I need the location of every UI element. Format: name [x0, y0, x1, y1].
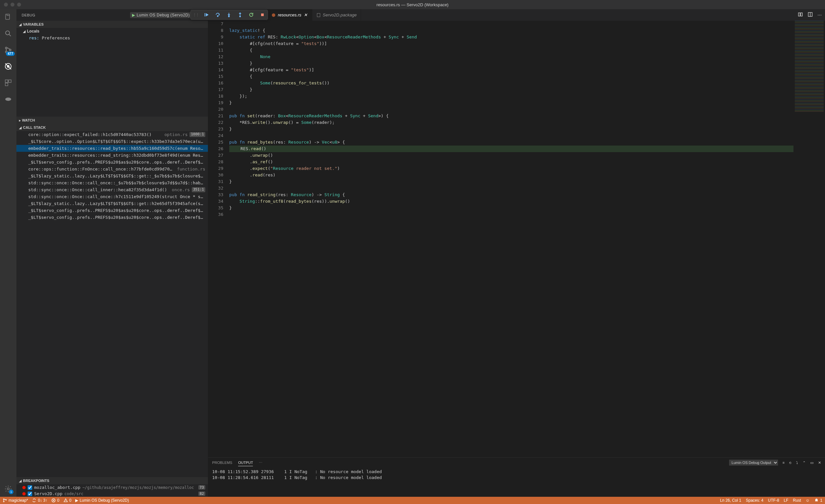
- svg-rect-17: [801, 13, 802, 16]
- variables-body: ◢ Locals res: Preferences: [16, 28, 208, 117]
- cursor-position[interactable]: Ln 26, Col 1: [720, 498, 741, 503]
- traffic-lights: [4, 3, 21, 7]
- more-icon[interactable]: ⋯: [817, 12, 822, 17]
- stack-frame[interactable]: std::sync::once::Once::call_once::h7c151…: [16, 193, 208, 200]
- drag-grip-icon[interactable]: ⋮⋮: [193, 13, 199, 17]
- watch-section-header[interactable]: ▸ WATCH: [16, 117, 208, 124]
- tab-resources-rs[interactable]: resources.rs ✕: [267, 9, 312, 21]
- clear-icon[interactable]: ⎋: [789, 460, 792, 464]
- stack-frame[interactable]: embedder_traits::resources::read_string:…: [16, 152, 208, 159]
- continue-button[interactable]: [203, 11, 210, 18]
- close-panel-icon[interactable]: ✕: [818, 460, 821, 465]
- statusbar: magicleap* 0↓ 3↑ 0 0 ▶ Lumin OS Debug (S…: [0, 497, 825, 504]
- log-line: 10-08 11:15:52.389 27936 1 I NoTag : No …: [212, 469, 821, 475]
- debug-toolbar[interactable]: ⋮⋮: [191, 10, 268, 20]
- language-mode[interactable]: Rust: [793, 498, 801, 503]
- compare-icon[interactable]: [798, 12, 803, 18]
- tab-servo2d-package[interactable]: Servo2D.package: [312, 9, 361, 21]
- stack-frame[interactable]: _$LT$servo_config..prefs..PREFS$u20$as$u…: [16, 207, 208, 214]
- editor-actions: ⋯: [795, 9, 825, 21]
- stack-frame[interactable]: _$LT$lazy_static..lazy..Lazy$LT$T$GT$$GT…: [16, 172, 208, 179]
- source-control-icon[interactable]: 477: [4, 45, 13, 55]
- stack-frame[interactable]: embedder_traits::resources::read_bytes::…: [16, 145, 208, 152]
- lock-scroll-icon[interactable]: ⤵: [796, 460, 798, 464]
- svg-point-14: [272, 13, 276, 17]
- panel-tab-output[interactable]: OUTPUT: [238, 459, 253, 466]
- code-body[interactable]: lazy_static! { static ref RES: RwLock<Op…: [229, 21, 794, 457]
- search-icon[interactable]: [4, 29, 13, 38]
- filter-icon[interactable]: ≡: [782, 460, 784, 464]
- callstack-section-header[interactable]: ◢ CALL STACK: [16, 124, 208, 131]
- sidebar-title: DEBUG: [22, 13, 35, 17]
- editor-area: resources.rs ✕ Servo2D.package ⋯ 7891011…: [208, 9, 825, 497]
- output-channel-select[interactable]: Lumin OS Debug Output: [729, 460, 778, 465]
- stack-frame[interactable]: core::ops::function::FnOnce::call_once::…: [16, 165, 208, 172]
- settings-gear-icon[interactable]: 1: [4, 484, 13, 494]
- maximize-window-button[interactable]: [17, 3, 21, 7]
- svg-rect-0: [6, 14, 9, 19]
- chevron-down-icon: ◢: [19, 23, 22, 26]
- git-branch[interactable]: magicleap*: [3, 498, 28, 503]
- variable-row[interactable]: res: Preferences: [16, 34, 208, 42]
- stack-frame[interactable]: _$LT$servo_config..prefs..PREFS$u20$as$u…: [16, 214, 208, 221]
- svg-point-13: [7, 488, 9, 490]
- play-icon: ▶: [75, 498, 78, 503]
- svg-rect-11: [5, 83, 8, 86]
- stack-frame[interactable]: _$LT$core..option..Option$LT$T$GT$$GT$::…: [16, 138, 208, 145]
- warnings-count[interactable]: 0: [63, 498, 72, 503]
- stack-frame[interactable]: std::sync::once::Once::call_once::_$u7b$…: [16, 179, 208, 186]
- debug-icon[interactable]: [4, 62, 13, 71]
- breakpoint-checkbox[interactable]: [27, 485, 32, 490]
- titlebar: resources.rs — Servo2D (Workspace): [0, 0, 825, 9]
- line-gutter: 7891011121314151617181920212223242526272…: [208, 21, 229, 457]
- restart-button[interactable]: [248, 11, 254, 18]
- breakpoints-section-header[interactable]: ◢ BREAKPOINTS: [16, 477, 208, 484]
- chevron-down-icon: ◢: [19, 126, 22, 130]
- stack-frame[interactable]: std::sync::once::Once::call_inner::heca8…: [16, 186, 208, 193]
- svg-point-26: [240, 16, 241, 17]
- minimize-window-button[interactable]: [10, 3, 14, 7]
- minimap[interactable]: [794, 21, 825, 457]
- step-over-button[interactable]: [215, 11, 221, 18]
- stop-button[interactable]: [259, 11, 266, 18]
- variables-section-header[interactable]: ◢ VARIABLES: [16, 21, 208, 28]
- debug-status[interactable]: ▶ Lumin OS Debug (Servo2D): [75, 498, 129, 503]
- breakpoint-row[interactable]: Servo2D.cpp code/src 82: [16, 491, 208, 497]
- feedback-icon[interactable]: ☺: [806, 498, 810, 503]
- log-line: 10-08 11:28:54.616 28111 1 I NoTag : No …: [212, 475, 821, 481]
- stack-frame[interactable]: core::option::expect_failed::h1c5d07440a…: [16, 131, 208, 138]
- close-icon[interactable]: ✕: [303, 13, 308, 17]
- split-editor-icon[interactable]: [808, 12, 813, 18]
- activity-bar: 477 1: [0, 9, 16, 497]
- svg-point-3: [6, 47, 7, 49]
- notifications-icon[interactable]: 1: [814, 498, 822, 503]
- errors-count[interactable]: 0: [51, 498, 60, 503]
- explorer-icon[interactable]: [4, 12, 13, 22]
- code-editor[interactable]: 7891011121314151617181920212223242526272…: [208, 21, 825, 457]
- output-body[interactable]: 10-08 11:15:52.389 27936 1 I NoTag : No …: [208, 467, 825, 497]
- sync-status[interactable]: 0↓ 3↑: [32, 498, 47, 503]
- stack-frame[interactable]: _$LT$lazy_static..lazy..Lazy$LT$T$GT$$GT…: [16, 200, 208, 207]
- panel-tab-problems[interactable]: PROBLEMS: [212, 459, 232, 466]
- breakpoint-checkbox[interactable]: [27, 492, 32, 496]
- encoding[interactable]: UTF-8: [768, 498, 779, 503]
- extensions-icon[interactable]: [4, 78, 13, 87]
- indentation[interactable]: Spaces: 4: [746, 498, 763, 503]
- svg-rect-20: [205, 13, 205, 16]
- close-window-button[interactable]: [4, 3, 8, 7]
- svg-rect-15: [317, 13, 320, 17]
- panel-layout-icon[interactable]: ▭: [810, 460, 814, 465]
- debug-config-select[interactable]: ▶ Lumin OS Debug (Servo2D) ⇅: [130, 12, 197, 18]
- bottom-panel: PROBLEMS OUTPUT ⋯ Lumin OS Debug Output …: [208, 457, 825, 497]
- breakpoint-row[interactable]: mozalloc_abort.cpp ~/github/asajeffrey/m…: [16, 484, 208, 491]
- panel-more-icon[interactable]: ⋯: [259, 460, 262, 465]
- step-into-button[interactable]: [226, 11, 232, 18]
- eol[interactable]: LF: [783, 498, 788, 503]
- debug-sidebar: DEBUG ▶ Lumin OS Debug (Servo2D) ⇅ ⚙ ◢ V…: [16, 9, 208, 497]
- locals-header[interactable]: ◢ Locals: [16, 28, 208, 34]
- magicleap-icon[interactable]: [4, 95, 13, 104]
- chevron-up-icon[interactable]: ⌃: [803, 460, 806, 465]
- stack-frame[interactable]: _$LT$servo_config..prefs..PREFS$u20$as$u…: [16, 159, 208, 165]
- breakpoints-body: mozalloc_abort.cpp ~/github/asajeffrey/m…: [16, 484, 208, 497]
- step-out-button[interactable]: [237, 11, 243, 18]
